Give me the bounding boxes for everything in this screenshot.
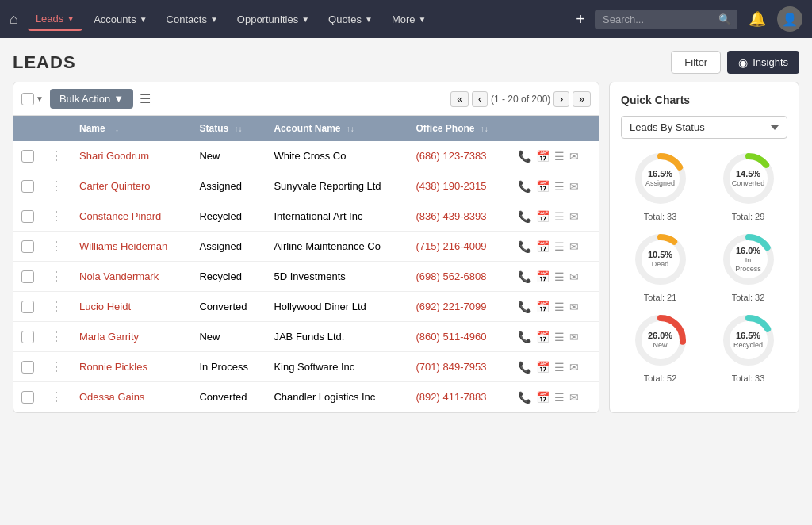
nav-opportunities[interactable]: Opportunities ▼ xyxy=(229,9,317,30)
email-icon[interactable]: ✉ xyxy=(569,361,579,374)
row-checkbox[interactable] xyxy=(21,210,34,223)
calendar-icon[interactable]: 📅 xyxy=(536,240,550,253)
row-menu-icon[interactable]: ⋮ xyxy=(50,209,63,223)
lead-name[interactable]: Marla Garrity xyxy=(79,331,139,343)
row-menu-icon[interactable]: ⋮ xyxy=(50,330,63,343)
calendar-icon[interactable]: 📅 xyxy=(536,301,550,313)
lead-name[interactable]: Carter Quintero xyxy=(79,180,151,192)
col-phone[interactable]: Office Phone ↑↓ xyxy=(408,116,511,141)
email-icon[interactable]: ✉ xyxy=(569,301,579,313)
call-icon[interactable]: 📞 xyxy=(518,361,531,374)
col-status[interactable]: Status ↑↓ xyxy=(191,116,266,141)
call-icon[interactable]: 📞 xyxy=(518,301,531,313)
call-icon[interactable]: 📞 xyxy=(518,240,531,253)
row-checkbox[interactable] xyxy=(21,270,34,283)
checkbox-dropdown-icon[interactable]: ▼ xyxy=(36,94,44,103)
prev-page-button[interactable]: ‹ xyxy=(472,91,488,107)
list-view-icon[interactable]: ☰ xyxy=(140,91,151,106)
email-icon[interactable]: ✉ xyxy=(569,180,579,193)
row-checkbox[interactable] xyxy=(21,150,34,163)
nav-quotes[interactable]: Quotes ▼ xyxy=(320,9,381,30)
select-all-checkbox[interactable] xyxy=(21,93,34,105)
table-row: ⋮ Marla Garrity New JAB Funds Ltd. (860)… xyxy=(13,322,599,352)
lead-phone[interactable]: (438) 190-2315 xyxy=(416,180,487,192)
email-icon[interactable]: ✉ xyxy=(569,270,579,283)
lead-phone[interactable]: (892) 411-7883 xyxy=(416,391,487,403)
lead-phone[interactable]: (686) 123-7383 xyxy=(416,150,487,162)
calendar-icon[interactable]: 📅 xyxy=(536,361,550,374)
lead-phone[interactable]: (701) 849-7953 xyxy=(416,361,487,373)
detail-icon[interactable]: ☰ xyxy=(554,210,565,223)
lead-name[interactable]: Nola Vandermark xyxy=(79,270,159,282)
detail-icon[interactable]: ☰ xyxy=(554,270,565,283)
insights-button[interactable]: ◉ Insights xyxy=(727,51,799,74)
email-icon[interactable]: ✉ xyxy=(569,150,579,163)
calendar-icon[interactable]: 📅 xyxy=(536,270,550,283)
leads-table: Name ↑↓ Status ↑↓ Account Name ↑↓ Office… xyxy=(13,116,599,412)
email-icon[interactable]: ✉ xyxy=(569,210,579,223)
nav-accounts[interactable]: Accounts ▼ xyxy=(86,9,155,30)
detail-icon[interactable]: ☰ xyxy=(554,331,565,343)
call-icon[interactable]: 📞 xyxy=(518,150,531,163)
row-checkbox[interactable] xyxy=(21,301,34,313)
detail-icon[interactable]: ☰ xyxy=(554,391,565,404)
col-name[interactable]: Name ↑↓ xyxy=(71,116,191,141)
lead-name[interactable]: Odessa Gains xyxy=(79,391,144,403)
lead-name[interactable]: Constance Pinard xyxy=(79,210,161,222)
email-icon[interactable]: ✉ xyxy=(569,331,579,343)
calendar-icon[interactable]: 📅 xyxy=(536,391,550,404)
row-menu-icon[interactable]: ⋮ xyxy=(50,300,63,313)
bell-icon[interactable]: 🔔 xyxy=(749,10,766,28)
lead-name[interactable]: Williams Heideman xyxy=(79,240,167,252)
lead-name[interactable]: Shari Goodrum xyxy=(79,150,149,162)
row-menu-icon[interactable]: ⋮ xyxy=(50,240,63,253)
lead-name[interactable]: Lucio Heidt xyxy=(79,301,131,312)
lead-name[interactable]: Ronnie Pickles xyxy=(79,361,147,373)
email-icon[interactable]: ✉ xyxy=(569,391,579,404)
detail-icon[interactable]: ☰ xyxy=(554,150,565,163)
detail-icon[interactable]: ☰ xyxy=(554,240,565,253)
lead-phone[interactable]: (836) 439-8393 xyxy=(416,210,487,222)
calendar-icon[interactable]: 📅 xyxy=(536,210,550,223)
row-checkbox[interactable] xyxy=(21,391,34,404)
call-icon[interactable]: 📞 xyxy=(518,270,531,283)
nav-contacts[interactable]: Contacts ▼ xyxy=(159,9,226,30)
chart-type-dropdown[interactable]: Leads By Status Leads By Source Leads By… xyxy=(621,116,787,139)
detail-icon[interactable]: ☰ xyxy=(554,180,565,193)
call-icon[interactable]: 📞 xyxy=(518,391,531,404)
next-page-button[interactable]: › xyxy=(553,91,569,107)
row-menu-icon[interactable]: ⋮ xyxy=(50,270,63,283)
call-icon[interactable]: 📞 xyxy=(518,180,531,193)
nav-more[interactable]: More ▼ xyxy=(384,9,435,30)
nav-leads[interactable]: Leads ▼ xyxy=(28,8,82,31)
email-icon[interactable]: ✉ xyxy=(569,240,579,253)
avatar[interactable]: 👤 xyxy=(777,6,802,32)
search-input[interactable] xyxy=(595,10,737,29)
row-checkbox[interactable] xyxy=(21,240,34,253)
lead-phone[interactable]: (715) 216-4009 xyxy=(416,240,487,252)
call-icon[interactable]: 📞 xyxy=(518,210,531,223)
row-checkbox[interactable] xyxy=(21,331,34,343)
filter-button[interactable]: Filter xyxy=(671,51,721,74)
lead-phone[interactable]: (698) 562-6808 xyxy=(416,270,487,282)
lead-phone[interactable]: (860) 511-4960 xyxy=(416,331,487,343)
col-account[interactable]: Account Name ↑↓ xyxy=(266,116,408,141)
calendar-icon[interactable]: 📅 xyxy=(536,331,550,343)
detail-icon[interactable]: ☰ xyxy=(554,361,565,374)
row-menu-icon[interactable]: ⋮ xyxy=(50,149,63,163)
row-menu-icon[interactable]: ⋮ xyxy=(50,179,63,193)
first-page-button[interactable]: « xyxy=(450,91,469,107)
calendar-icon[interactable]: 📅 xyxy=(536,150,550,163)
calendar-icon[interactable]: 📅 xyxy=(536,180,550,193)
row-menu-icon[interactable]: ⋮ xyxy=(50,360,63,374)
row-checkbox[interactable] xyxy=(21,180,34,193)
add-icon[interactable]: + xyxy=(576,10,585,29)
bulk-action-button[interactable]: Bulk Action ▼ xyxy=(50,89,133,109)
row-checkbox[interactable] xyxy=(21,361,34,374)
row-menu-icon[interactable]: ⋮ xyxy=(50,390,63,404)
call-icon[interactable]: 📞 xyxy=(518,331,531,343)
detail-icon[interactable]: ☰ xyxy=(554,301,565,313)
last-page-button[interactable]: » xyxy=(573,91,591,107)
lead-phone[interactable]: (692) 221-7099 xyxy=(416,301,487,312)
home-icon[interactable]: ⌂ xyxy=(10,11,18,28)
